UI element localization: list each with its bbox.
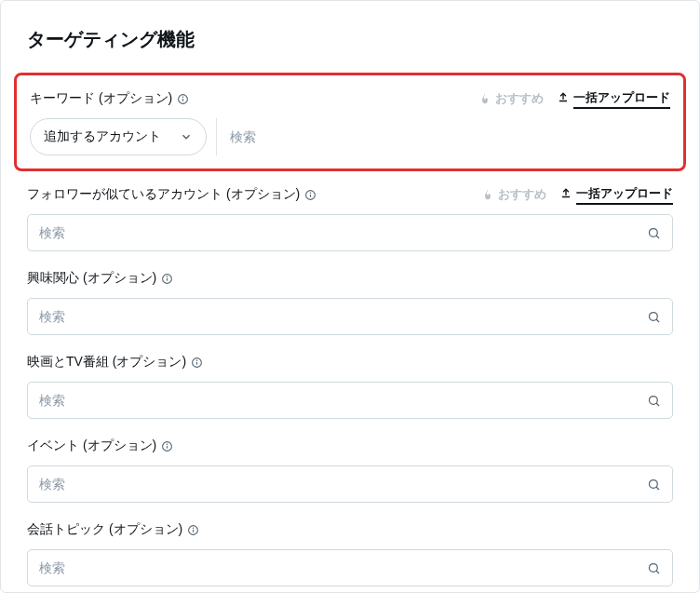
search-icon	[647, 561, 661, 575]
info-icon[interactable]	[176, 92, 189, 105]
svg-point-16	[650, 396, 658, 404]
svg-line-12	[656, 319, 659, 322]
svg-point-21	[650, 479, 658, 488]
movies-tv-label: 映画とTV番組 (オプション)	[27, 354, 186, 371]
upload-icon	[559, 187, 572, 203]
fire-icon	[481, 188, 494, 201]
fire-icon	[478, 92, 491, 105]
recommend-label: おすすめ	[495, 90, 544, 107]
info-icon[interactable]	[190, 356, 203, 369]
movies-tv-search-input[interactable]	[39, 393, 647, 408]
search-icon	[647, 394, 661, 408]
svg-point-5	[310, 193, 311, 194]
chevron-down-icon	[180, 130, 193, 143]
info-icon[interactable]	[160, 439, 173, 452]
svg-point-10	[167, 276, 168, 277]
info-icon[interactable]	[186, 523, 199, 536]
search-icon	[647, 310, 661, 324]
search-icon	[647, 478, 661, 492]
bulk-upload-label: 一括アップロード	[573, 89, 670, 109]
svg-line-7	[656, 236, 659, 238]
svg-point-26	[650, 563, 658, 572]
recommend-button[interactable]: おすすめ	[478, 90, 544, 107]
account-select[interactable]: 追加するアカウント	[30, 118, 207, 155]
page-title: ターゲティング機能	[27, 27, 673, 52]
search-icon	[647, 226, 661, 240]
followers-label: フォロワーが似ているアカウント (オプション)	[27, 186, 300, 203]
svg-point-6	[650, 228, 658, 236]
conversation-search-input[interactable]	[39, 560, 647, 575]
conversation-label: 会話トピック (オプション)	[27, 521, 182, 538]
keywords-search-input[interactable]	[230, 129, 657, 144]
svg-point-2	[182, 97, 183, 98]
bulk-upload-button[interactable]: 一括アップロード	[557, 89, 670, 109]
interests-search-input[interactable]	[39, 309, 647, 324]
followers-search-input[interactable]	[39, 225, 647, 240]
interests-label: 興味関心 (オプション)	[27, 270, 156, 287]
bulk-upload-button[interactable]: 一括アップロード	[559, 185, 673, 205]
svg-line-17	[656, 403, 659, 406]
events-label: イベント (オプション)	[27, 438, 156, 454]
svg-point-20	[167, 444, 168, 445]
info-icon[interactable]	[303, 188, 316, 201]
svg-point-11	[650, 312, 658, 320]
keywords-search-wrap	[216, 118, 670, 155]
svg-line-27	[656, 571, 659, 573]
svg-line-22	[656, 487, 659, 490]
recommend-button[interactable]: おすすめ	[481, 186, 546, 203]
bulk-upload-label: 一括アップロード	[576, 185, 673, 205]
events-search-input[interactable]	[39, 477, 647, 492]
upload-icon	[557, 91, 570, 107]
keywords-highlight: キーワード (オプション) おすすめ	[14, 73, 686, 171]
recommend-label: おすすめ	[498, 186, 546, 203]
info-icon[interactable]	[160, 272, 173, 285]
keywords-label: キーワード (オプション)	[30, 90, 172, 107]
svg-point-15	[196, 360, 197, 361]
svg-point-25	[193, 528, 194, 529]
account-select-label: 追加するアカウント	[44, 128, 161, 145]
